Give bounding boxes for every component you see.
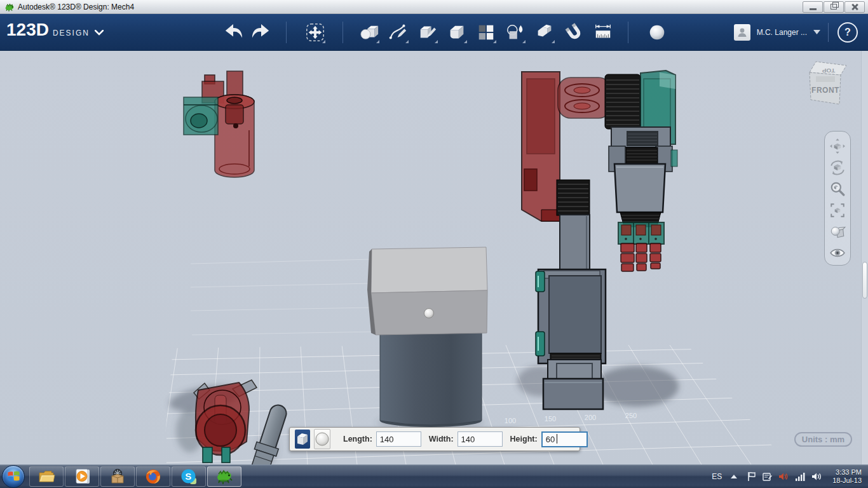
length-label: Length: [343, 435, 372, 444]
restore-icon [831, 4, 837, 10]
speaker-icon[interactable] [811, 471, 822, 482]
viewport-scrollbar[interactable] [861, 51, 868, 464]
tray-time: 3:33 PM [832, 468, 862, 477]
model-pedestal[interactable] [367, 247, 487, 427]
sphere-shape-button[interactable] [314, 429, 330, 449]
eye-icon [829, 245, 846, 261]
grouping-button[interactable] [534, 22, 555, 43]
model-red-part-bottom[interactable] [194, 380, 257, 463]
minimize-icon [810, 8, 817, 10]
minimize-button[interactable] [803, 1, 823, 13]
snap-button[interactable] [563, 22, 585, 43]
combine-button[interactable] [505, 22, 526, 43]
shading-icon [829, 224, 846, 240]
tray-expand-icon[interactable] [731, 475, 737, 478]
model-robot-leg[interactable] [536, 269, 606, 409]
user-avatar[interactable] [734, 24, 750, 41]
pan-tool[interactable] [828, 137, 847, 156]
brand-123d: 123D [6, 20, 49, 40]
zoom-tool[interactable] [828, 179, 847, 198]
undo-button[interactable] [222, 22, 244, 43]
taskbar-skype-button[interactable]: S [172, 466, 206, 487]
network-signal-icon[interactable] [795, 472, 805, 481]
main-toolbar: 123D DESIGN [0, 14, 868, 51]
height-input[interactable] [541, 431, 588, 447]
grid-label: 150 [545, 415, 556, 423]
taskbar-box-app-button[interactable] [100, 466, 135, 487]
box-icon [295, 431, 310, 447]
viewcube-top-label[interactable]: TOP [822, 67, 835, 74]
taskbar-explorer-button[interactable] [29, 466, 64, 487]
measure-icon [593, 22, 613, 43]
combine-icon [505, 22, 526, 43]
toolbar-separator [342, 22, 343, 43]
snap-icon [564, 22, 584, 43]
primitives-icon [359, 22, 379, 43]
material-icon [647, 22, 667, 43]
taskbar-123d-button[interactable] [207, 466, 241, 487]
text-caret [557, 434, 557, 444]
help-button[interactable]: ? [837, 22, 858, 43]
sphere-icon [315, 431, 330, 447]
view-cube[interactable]: TOP FRONT [803, 57, 854, 116]
media-player-icon [74, 468, 90, 485]
close-button[interactable] [844, 1, 865, 13]
primitives-button[interactable] [358, 22, 380, 43]
modify-icon [447, 22, 467, 43]
grouping-icon [534, 22, 555, 43]
skype-icon: S [180, 468, 197, 485]
tray-date: 18-Jul-13 [832, 477, 862, 485]
transform-button[interactable] [304, 22, 326, 43]
action-center-flag-icon[interactable] [747, 471, 756, 482]
scrollbar-thumb[interactable] [862, 262, 867, 299]
pattern-icon [476, 22, 496, 43]
viewport-canvas[interactable]: 100 150 200 250 [0, 51, 868, 464]
viewcube-front-label[interactable]: FRONT [811, 86, 839, 95]
taskbar-clock[interactable]: 3:33 PM 18-Jul-13 [832, 468, 862, 485]
length-field: Length: [343, 431, 421, 447]
taskbar-firefox-button[interactable] [136, 466, 170, 487]
restore-button[interactable] [824, 1, 844, 13]
transform-icon [305, 22, 325, 43]
toolbar-separator [628, 22, 628, 43]
toolbar-tools [222, 14, 668, 50]
shading-tool[interactable] [828, 222, 847, 241]
start-button[interactable] [2, 465, 25, 488]
help-glyph: ? [844, 27, 851, 38]
fit-tool[interactable] [828, 201, 847, 220]
user-name[interactable]: M.C. Langer ... [757, 28, 807, 37]
construct-button[interactable] [417, 22, 438, 43]
chevron-down-icon [95, 30, 104, 36]
brand-design: DESIGN [53, 29, 90, 37]
close-icon [851, 3, 858, 11]
manipulator-handle[interactable] [424, 309, 434, 318]
material-button[interactable] [646, 22, 668, 43]
modify-button[interactable] [446, 22, 468, 43]
app-window: Autodesk® 123D® Design: Mech4 123D DESIG… [0, 0, 868, 488]
visibility-tool[interactable] [828, 243, 847, 262]
window-titlebar: Autodesk® 123D® Design: Mech4 [0, 0, 868, 14]
pattern-button[interactable] [475, 22, 497, 43]
construct-icon [417, 22, 438, 43]
width-label: Width: [429, 435, 454, 444]
tray-app-icon[interactable] [763, 471, 772, 482]
sketch-button[interactable] [388, 22, 409, 43]
app-logo-menu[interactable]: 123D DESIGN [6, 20, 104, 40]
language-indicator[interactable]: ES [712, 472, 722, 481]
model-red-cylinder-assembly[interactable] [184, 71, 254, 177]
width-input[interactable] [458, 431, 503, 447]
volume-alert-icon[interactable] [778, 471, 789, 482]
redo-button[interactable] [250, 22, 272, 43]
windows-logo-icon [8, 471, 20, 482]
box-shape-button[interactable] [295, 430, 310, 449]
taskbar-media-player-button[interactable] [65, 466, 99, 487]
user-dropdown-icon[interactable] [813, 30, 820, 34]
grid-label: 100 [505, 417, 516, 424]
model-robot-arm[interactable] [522, 71, 677, 273]
length-input[interactable] [376, 431, 421, 447]
measure-button[interactable] [592, 22, 614, 43]
orbit-tool[interactable] [828, 158, 847, 177]
redo-icon [252, 23, 271, 42]
window-title: Autodesk® 123D® Design: Mech4 [18, 3, 134, 11]
units-button[interactable]: Units : mm [794, 432, 852, 447]
